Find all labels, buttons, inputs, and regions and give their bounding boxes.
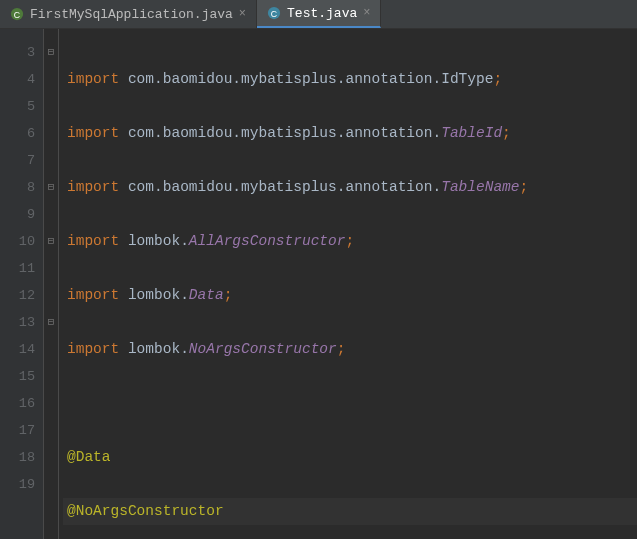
- keyword: import: [67, 71, 119, 87]
- semicolon: ;: [337, 341, 346, 357]
- semicolon: ;: [493, 71, 502, 87]
- fold-toggle-icon[interactable]: ⊟: [46, 39, 56, 66]
- editor: 345678910111213141516171819 ⊟⊟⊟⊟ import …: [0, 29, 637, 539]
- svg-text:C: C: [14, 10, 20, 20]
- keyword: import: [67, 125, 119, 141]
- fold-column: ⊟⊟⊟⊟: [44, 29, 58, 539]
- package-path: com.baomidou.mybatisplus.annotation.: [128, 179, 441, 195]
- class-ref: IdType: [441, 71, 493, 87]
- annotation: @NoArgsConstructor: [67, 503, 224, 519]
- java-class-icon: C: [10, 7, 24, 21]
- line-number: 10: [14, 228, 35, 255]
- tab-label: Test.java: [287, 6, 357, 21]
- line-number: 16: [14, 390, 35, 417]
- keyword: import: [67, 341, 119, 357]
- class-ref: NoArgsConstructor: [189, 341, 337, 357]
- line-number: 9: [14, 201, 35, 228]
- close-icon[interactable]: ×: [363, 6, 370, 20]
- annotation: @Data: [67, 449, 111, 465]
- tab-test[interactable]: C Test.java ×: [257, 0, 381, 28]
- class-ref: TableName: [441, 179, 519, 195]
- line-number: 6: [14, 120, 35, 147]
- fold-toggle-icon[interactable]: ⊟: [46, 309, 56, 336]
- keyword: import: [67, 287, 119, 303]
- package-path: com.baomidou.mybatisplus.annotation.: [128, 71, 441, 87]
- editor-tabs: C FirstMySqlApplication.java × C Test.ja…: [0, 0, 637, 29]
- svg-text:C: C: [271, 9, 277, 19]
- line-number: 13: [14, 309, 35, 336]
- line-number: 19: [14, 471, 35, 498]
- line-number-gutter: 345678910111213141516171819: [0, 29, 44, 539]
- fold-toggle-icon[interactable]: ⊟: [46, 174, 56, 201]
- line-number: 8: [14, 174, 35, 201]
- class-ref: AllArgsConstructor: [189, 233, 346, 249]
- line-number: 17: [14, 417, 35, 444]
- package-path: lombok.: [128, 233, 189, 249]
- semicolon: ;: [502, 125, 511, 141]
- line-number: 7: [14, 147, 35, 174]
- line-number: 11: [14, 255, 35, 282]
- java-class-icon: C: [267, 6, 281, 20]
- close-icon[interactable]: ×: [239, 7, 246, 21]
- line-number: 4: [14, 66, 35, 93]
- line-number: 15: [14, 363, 35, 390]
- keyword: import: [67, 179, 119, 195]
- line-number: 12: [14, 282, 35, 309]
- tab-first-mysql-application[interactable]: C FirstMySqlApplication.java ×: [0, 0, 257, 28]
- semicolon: ;: [345, 233, 354, 249]
- line-number: 14: [14, 336, 35, 363]
- fold-toggle-icon[interactable]: ⊟: [46, 228, 56, 255]
- package-path: com.baomidou.mybatisplus.annotation.: [128, 125, 441, 141]
- semicolon: ;: [224, 287, 233, 303]
- package-path: lombok.: [128, 341, 189, 357]
- line-number: 18: [14, 444, 35, 471]
- code-area[interactable]: import com.baomidou.mybatisplus.annotati…: [58, 29, 637, 539]
- class-ref: TableId: [441, 125, 502, 141]
- semicolon: ;: [520, 179, 529, 195]
- line-number: 5: [14, 93, 35, 120]
- package-path: lombok.: [128, 287, 189, 303]
- tab-label: FirstMySqlApplication.java: [30, 7, 233, 22]
- keyword: import: [67, 233, 119, 249]
- line-number: 3: [14, 39, 35, 66]
- class-ref: Data: [189, 287, 224, 303]
